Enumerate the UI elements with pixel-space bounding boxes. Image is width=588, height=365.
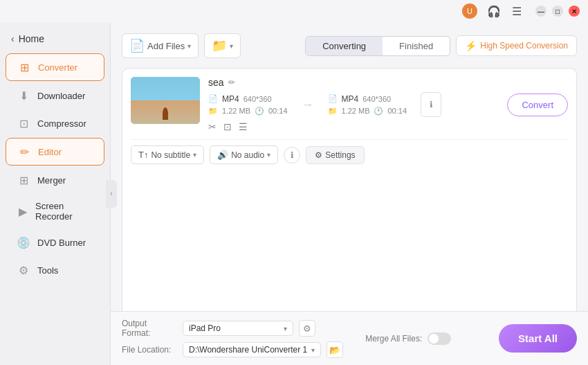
home-nav[interactable]: ‹ Home [0,28,110,53]
edit-tools-row: ✂ ⊡ ☰ [208,121,568,132]
sidebar-item-tools[interactable]: ⚙ Tools [6,257,104,283]
folder-open-icon: 📂 [329,345,340,355]
thumbnail [131,77,200,124]
sidebar-item-merger[interactable]: ⊞ Merger [6,167,104,193]
sidebar-item-compressor[interactable]: ⊡ Compressor [6,110,104,136]
high-speed-button[interactable]: ⚡ High Speed Conversion [456,35,577,56]
subtitle-chevron-icon: ▾ [193,151,196,159]
maximize-button[interactable]: □ [552,6,563,17]
add-files-label: Add Files [147,41,185,51]
home-label: Home [19,33,44,44]
output-format-icon: 📄 [328,94,338,103]
downloader-icon: ⬇ [17,89,30,103]
metadata-icon: ℹ [430,100,433,109]
output-folder-icon: 📁 [328,107,338,116]
merge-label: Merge All Files: [365,334,422,344]
settings-button[interactable]: ⚙ Settings [306,146,364,164]
dvd-burner-icon: 💿 [17,235,30,249]
output-format-select[interactable]: iPad Pro ▾ [183,321,293,336]
bolt-icon: ⚡ [465,40,477,51]
arrow-icon: → [299,98,317,112]
crop-icon[interactable]: ⊡ [223,121,232,132]
input-duration: 00:14 [268,107,288,115]
merge-section: Merge All Files: [365,332,451,345]
file-title-row: sea ✏ [208,77,568,88]
sidebar-compressor-label: Compressor [37,118,86,129]
tools-icon: ⚙ [17,263,30,277]
file-location-browse-button[interactable]: 📂 [327,341,343,358]
file-location-select[interactable]: D:\Wondershare UniConverter 1 ▾ [183,342,321,357]
compressor-icon: ⊡ [17,116,30,130]
input-format-block: 📄 MP4 640*360 📁 1.22 MB 🕐 00:14 [208,94,288,116]
audio-label: No audio [231,150,264,160]
output-clock-icon: 🕐 [374,107,383,116]
sidebar-dvd-burner-label: DVD Burner [37,238,86,248]
titlebar: U 🎧 ☰ — □ ✕ [0,0,588,22]
file-location-chevron-icon: ▾ [311,346,315,354]
file-location-row: File Location: D:\Wondershare UniConvert… [122,341,343,358]
output-format-chevron-icon: ▾ [284,325,287,332]
bottom-fields: Output Format: iPad Pro ▾ ⚙ File Locatio… [122,319,343,358]
input-resolution: 640*360 [244,95,272,103]
tab-converting[interactable]: Converting [306,37,383,55]
sidebar-item-downloader[interactable]: ⬇ Downloader [6,82,104,109]
settings-label: Settings [325,150,355,160]
settings-gear-icon: ⚙ [315,150,322,160]
menu-icon[interactable]: ☰ [511,5,523,17]
back-arrow-icon: ‹ [11,33,15,44]
input-format-text: MP4 [222,94,239,104]
sidebar-item-converter[interactable]: ⊞ Converter [6,53,104,81]
add-files-chevron-icon: ▾ [187,42,191,50]
edit-icon[interactable]: ✏ [228,78,235,87]
sidebar-item-dvd-burner[interactable]: 💿 DVD Burner [6,229,104,256]
start-all-button[interactable]: Start All [499,324,577,353]
merge-toggle[interactable] [428,332,451,345]
output-format-row: 📄 MP4 640*360 [328,94,407,104]
input-format-row: 📄 MP4 640*360 [208,94,288,104]
subtitle-icon: T↑ [138,150,148,160]
sidebar: ‹ Home ⊞ Converter ⬇ Downloader ⊡ Compre… [0,22,111,365]
topbar: 📄 Add Files ▾ 📁 ▾ Converting Finished ⚡ … [122,33,577,58]
sidebar-tools-label: Tools [37,265,58,276]
screen-recorder-icon: ▶ [17,204,28,218]
minimize-button[interactable]: — [535,6,546,17]
output-resolution: 640*360 [362,95,391,103]
output-settings-button[interactable]: ⚙ [299,320,315,337]
input-folder-icon: 📁 [208,107,218,116]
add-folder-icon: 📁 [212,38,227,53]
output-format-block: 📄 MP4 640*360 📁 1.22 MB 🕐 00:14 [328,94,407,116]
controls-row: T↑ No subtitle ▾ 🔊 No audio ▾ ℹ ⚙ Settin… [131,145,568,164]
output-format-row: Output Format: iPad Pro ▾ ⚙ [122,319,343,338]
editor-icon: ✏ [17,145,31,159]
headphone-icon[interactable]: 🎧 [487,5,501,18]
cut-icon[interactable]: ✂ [208,121,217,132]
convert-button[interactable]: Convert [507,94,568,116]
file-location-value: D:\Wondershare UniConverter 1 [189,345,307,355]
format-section: 📄 MP4 640*360 📁 1.22 MB 🕐 00:14 → [208,92,568,117]
output-settings-icon: ⚙ [303,323,311,334]
audio-dropdown[interactable]: 🔊 No audio ▾ [210,145,278,164]
subtitle-dropdown[interactable]: T↑ No subtitle ▾ [131,145,204,164]
add-files-button[interactable]: 📄 Add Files ▾ [122,33,199,58]
collapse-handle[interactable]: ‹ [106,180,117,208]
input-size: 1.22 MB [222,107,250,115]
sidebar-item-editor[interactable]: ✏ Editor [6,138,104,166]
input-format-icon: 📄 [208,94,218,103]
metadata-button[interactable]: ℹ [421,92,441,117]
profile-icon[interactable]: U [462,3,477,19]
file-name: sea [208,77,224,88]
titlebar-icons: U 🎧 ☰ [462,3,523,19]
tab-finished[interactable]: Finished [383,37,450,55]
sidebar-downloader-label: Downloader [37,91,85,101]
audio-icon: 🔊 [217,150,228,160]
add-folder-button[interactable]: 📁 ▾ [204,33,241,58]
effects-icon[interactable]: ☰ [239,121,248,132]
tab-switcher: Converting Finished [305,36,450,56]
close-button[interactable]: ✕ [569,6,580,17]
output-meta-row: 📁 1.22 MB 🕐 00:14 [328,107,407,116]
output-duration: 00:14 [387,107,407,115]
info-button[interactable]: ℹ [284,147,300,163]
add-folder-chevron-icon: ▾ [230,42,233,50]
subtitle-label: No subtitle [151,150,190,160]
sidebar-item-screen-recorder[interactable]: ▶ Screen Recorder [6,195,104,228]
